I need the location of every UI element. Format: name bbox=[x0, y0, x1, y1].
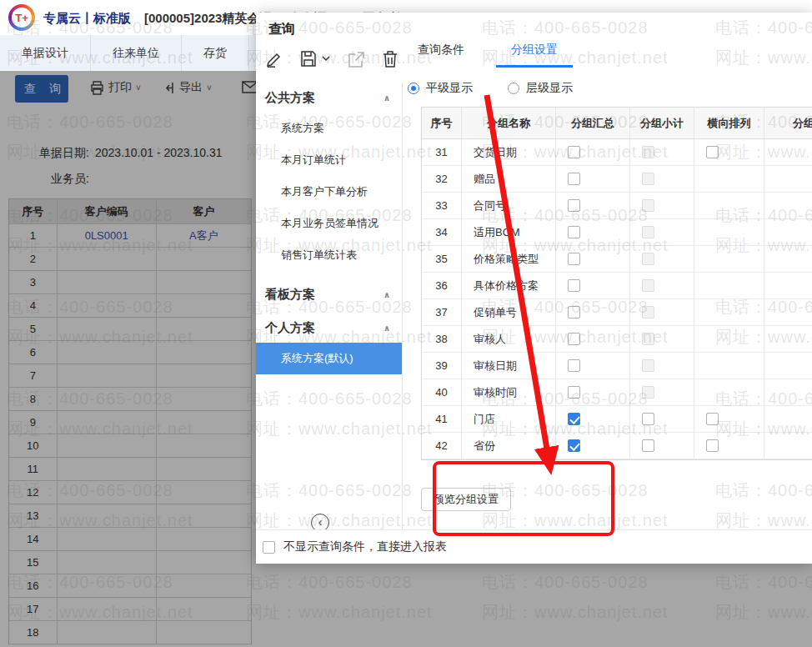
grouping-row: 42省份 bbox=[422, 433, 812, 459]
group-subtotal-checkbox[interactable] bbox=[642, 439, 654, 452]
group-subtotal-checkbox[interactable] bbox=[642, 413, 654, 425]
brand-label: 专属云丨标准版 bbox=[43, 11, 131, 27]
group-subtotal-checkbox bbox=[642, 226, 654, 238]
group-subtotal-checkbox bbox=[642, 146, 654, 158]
chevron-up-icon: ∧ bbox=[383, 93, 390, 103]
group-summary bbox=[556, 273, 630, 298]
dialog-tab-查询条件[interactable]: 查询条件 bbox=[418, 43, 464, 68]
group-summary-checkbox[interactable] bbox=[568, 253, 580, 265]
grouping-row: 38审核人 bbox=[422, 326, 812, 353]
scheme-item[interactable]: 系统方案(默认) bbox=[256, 343, 402, 374]
group-subtotal-checkbox bbox=[642, 386, 654, 399]
tab-往来单位[interactable]: 往来单位 bbox=[90, 35, 181, 71]
grouping-row: 41门店 bbox=[422, 406, 812, 433]
cell-group-period bbox=[764, 246, 812, 272]
grouping-row: 37促销单号 bbox=[422, 299, 812, 326]
radio-label: 平级显示 bbox=[426, 81, 473, 96]
column-header: 分组周期 bbox=[764, 108, 812, 138]
group-summary bbox=[556, 166, 630, 192]
grouping-row: 32赠品 bbox=[422, 166, 812, 193]
tab-单据设计[interactable]: 单据设计 bbox=[0, 35, 90, 71]
radio-平级显示[interactable]: 平级显示 bbox=[408, 81, 473, 96]
group-summary bbox=[556, 193, 630, 218]
radio-icon[interactable] bbox=[408, 83, 419, 94]
group-summary-checkbox[interactable] bbox=[568, 146, 580, 158]
radio-icon[interactable] bbox=[508, 83, 519, 94]
horizontal-layout bbox=[694, 379, 764, 405]
section-个人方案[interactable]: 个人方案∧ bbox=[256, 313, 402, 343]
horizontal-layout bbox=[694, 433, 764, 459]
cell-no: 31 bbox=[422, 139, 462, 165]
group-summary-checkbox[interactable] bbox=[568, 439, 580, 452]
scheme-item[interactable]: 本月客户下单分析 bbox=[256, 176, 402, 208]
chevron-up-icon: ∧ bbox=[383, 290, 390, 299]
group-summary-checkbox[interactable] bbox=[568, 199, 580, 212]
dialog-tab-分组设置[interactable]: 分组设置 bbox=[511, 43, 558, 68]
grouping-table-wrap: 序号分组名称分组汇总分组小计横向排列分组周期31交货日期32赠品33合同号34适… bbox=[421, 107, 812, 546]
group-subtotal-checkbox bbox=[642, 306, 654, 318]
group-summary-checkbox[interactable] bbox=[568, 173, 580, 185]
grouping-row: 40审核时间 bbox=[422, 379, 812, 406]
group-summary-checkbox[interactable] bbox=[568, 279, 580, 292]
skip-conditions-label: 不显示查询条件，直接进入报表 bbox=[283, 539, 447, 554]
group-summary bbox=[556, 433, 630, 459]
group-subtotal-checkbox bbox=[642, 173, 654, 185]
section-title-label: 个人方案 bbox=[265, 320, 315, 336]
skip-conditions-checkbox[interactable] bbox=[263, 541, 275, 554]
group-summary bbox=[556, 326, 630, 352]
horizontal-layout-checkbox[interactable] bbox=[706, 413, 719, 425]
group-summary bbox=[556, 246, 630, 272]
horizontal-layout-checkbox[interactable] bbox=[706, 439, 719, 452]
cell-no: 38 bbox=[422, 326, 462, 352]
preview-grouping-button[interactable]: 预览分组设置 bbox=[421, 488, 511, 511]
group-subtotal bbox=[630, 246, 694, 272]
column-header: 分组名称 bbox=[462, 108, 556, 138]
cell-group-name: 促销单号 bbox=[462, 299, 556, 325]
scheme-item[interactable]: 销售订单统计表 bbox=[256, 239, 402, 271]
display-mode-radios: 平级显示层级显示 bbox=[408, 81, 573, 96]
edit-icon[interactable] bbox=[266, 51, 283, 68]
radio-label: 层级显示 bbox=[526, 81, 573, 96]
cell-group-name: 适用BOM bbox=[462, 219, 556, 245]
group-subtotal bbox=[630, 379, 694, 405]
group-subtotal-checkbox bbox=[642, 333, 654, 345]
horizontal-layout-checkbox[interactable] bbox=[706, 146, 719, 158]
group-summary-checkbox[interactable] bbox=[568, 226, 580, 238]
group-summary-checkbox[interactable] bbox=[568, 413, 580, 425]
save-icon[interactable] bbox=[301, 51, 330, 68]
section-看板方案[interactable]: 看板方案∧ bbox=[256, 279, 402, 309]
cell-no: 32 bbox=[422, 166, 462, 192]
cell-no: 36 bbox=[422, 273, 462, 298]
scheme-item[interactable]: 系统方案 bbox=[256, 113, 402, 144]
group-summary-checkbox[interactable] bbox=[568, 386, 580, 399]
cell-group-name: 价格策略类型 bbox=[462, 246, 556, 272]
scheme-toolbar bbox=[266, 51, 416, 68]
cell-group-name: 省份 bbox=[462, 433, 556, 459]
group-subtotal-checkbox bbox=[642, 199, 654, 212]
group-subtotal bbox=[630, 273, 694, 298]
share-icon[interactable] bbox=[348, 52, 364, 68]
horizontal-layout bbox=[694, 273, 764, 298]
cell-group-period bbox=[764, 299, 812, 325]
radio-层级显示[interactable]: 层级显示 bbox=[508, 81, 573, 96]
horizontal-layout bbox=[694, 193, 764, 218]
cell-group-name: 赠品 bbox=[462, 166, 556, 192]
section-公共方案[interactable]: 公共方案∧ bbox=[256, 83, 402, 113]
scheme-item[interactable]: 本月订单统计 bbox=[256, 144, 402, 176]
cell-group-name: 审核时间 bbox=[462, 379, 556, 405]
scheme-panel: 公共方案∧系统方案本月订单统计本月客户下单分析本月业务员签单情况销售订单统计表看… bbox=[256, 83, 403, 542]
tab-存货[interactable]: 存货 bbox=[181, 35, 248, 71]
horizontal-layout bbox=[694, 326, 764, 352]
scheme-item[interactable]: 本月业务员签单情况 bbox=[256, 208, 402, 239]
group-summary-checkbox[interactable] bbox=[568, 333, 580, 345]
group-summary-checkbox[interactable] bbox=[568, 359, 580, 372]
horizontal-layout bbox=[694, 353, 764, 379]
grouping-row: 31交货日期 bbox=[422, 139, 812, 166]
horizontal-layout bbox=[694, 166, 764, 192]
cell-group-period bbox=[764, 166, 812, 192]
delete-icon[interactable] bbox=[383, 51, 398, 68]
cell-no: 35 bbox=[422, 246, 462, 272]
grouping-header-row: 序号分组名称分组汇总分组小计横向排列分组周期 bbox=[422, 108, 812, 139]
group-summary bbox=[556, 379, 630, 405]
group-summary-checkbox[interactable] bbox=[568, 306, 580, 318]
